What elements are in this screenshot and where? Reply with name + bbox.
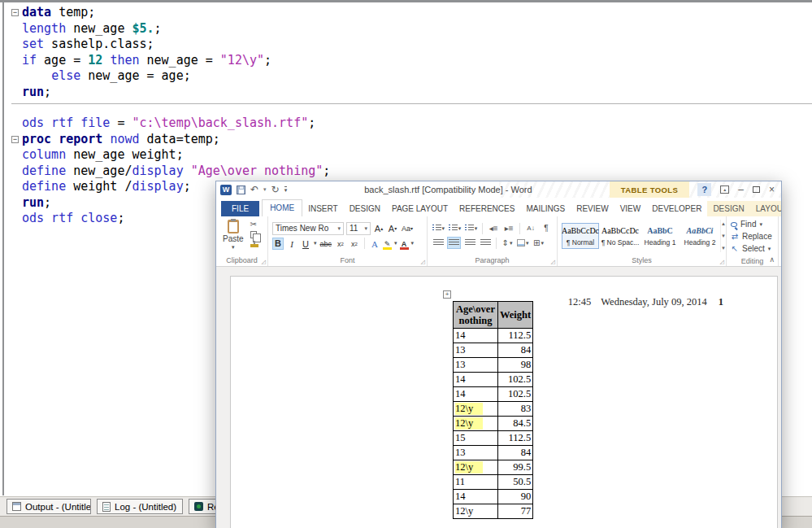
grow-font-button[interactable]: A▴ xyxy=(373,222,384,234)
document-area: 12:45Wednesday, July 09, 20141 + Age\ove… xyxy=(216,267,781,528)
shading-button[interactable]: ▾ xyxy=(516,237,530,249)
styles-dialog-launcher-icon[interactable]: ◿ xyxy=(720,259,724,264)
underline-caret-icon[interactable]: ▾ xyxy=(314,240,317,247)
style-more-icon[interactable]: ▼ xyxy=(721,246,726,251)
ribbon-tab-developer[interactable]: DEVELOPER xyxy=(646,201,707,216)
style-scroll-down-icon[interactable]: ▼ xyxy=(721,233,726,238)
sas-window-button-output[interactable]: Output - (Untitled) xyxy=(7,499,91,514)
close-button[interactable]: × xyxy=(769,185,775,194)
style-card-normal[interactable]: AaBbCcDc¶ Normal xyxy=(562,223,599,249)
ribbon-tab-references[interactable]: REFERENCES xyxy=(454,201,520,216)
paragraph-dialog-launcher-icon[interactable]: ◿ xyxy=(551,259,555,264)
subscript-button[interactable]: x2 xyxy=(335,238,346,250)
numbering-button[interactable]: ▾ xyxy=(448,222,462,234)
fold-toggle-icon[interactable]: − xyxy=(11,136,19,143)
ribbon-tab-file[interactable]: FILE xyxy=(221,201,259,216)
ribbon-tab-design[interactable]: DESIGN xyxy=(344,201,386,216)
collapse-ribbon-icon[interactable]: ∧ xyxy=(769,256,775,264)
header-page-number: 1 xyxy=(719,296,723,308)
code-token: ; xyxy=(264,53,271,69)
italic-button[interactable]: I xyxy=(286,238,297,250)
font-size-combo[interactable]: 11▾ xyxy=(346,222,371,235)
document-page[interactable]: 12:45Wednesday, July 09, 20141 + Age\ove… xyxy=(230,276,778,528)
style-scroll-up-icon[interactable]: ▲ xyxy=(721,221,726,226)
ribbon-tab-insert[interactable]: INSERT xyxy=(302,201,344,216)
show-formatting-marks-button[interactable]: ¶ xyxy=(540,222,553,234)
bold-button[interactable]: B xyxy=(272,238,284,250)
font-color-button[interactable]: A xyxy=(400,238,409,250)
increase-indent-button[interactable]: ▸≡ xyxy=(502,222,515,234)
highlight-color-button[interactable]: ✎ xyxy=(383,238,392,250)
clipboard-dialog-launcher-icon[interactable]: ◿ xyxy=(262,259,266,264)
borders-button[interactable]: ⊞▾ xyxy=(532,237,545,249)
highlight-caret-icon[interactable]: ▾ xyxy=(394,240,397,247)
ribbon-tab-layout-context[interactable]: LAYOUT xyxy=(750,201,781,216)
undo-icon[interactable]: ↶ xyxy=(250,185,258,194)
sas-window-button-log[interactable]: Log - (Untitled) xyxy=(97,499,183,514)
find-button[interactable]: Find▾ xyxy=(731,219,774,229)
change-case-button[interactable]: Aa▾ xyxy=(401,222,414,234)
select-button[interactable]: ↖Select▾ xyxy=(731,243,774,254)
font-name-combo[interactable]: Times New Ro▾ xyxy=(272,222,344,235)
code-token: new_age weight; xyxy=(66,147,184,164)
font-group: Times New Ro▾ 11▾ A▴ A▾ Aa▾ B I U▾ abc x… xyxy=(268,216,428,266)
age-cell: 12\y xyxy=(454,504,498,519)
restore-button[interactable] xyxy=(753,186,760,193)
table-row: 12\y99.5 xyxy=(454,460,533,475)
minimize-button[interactable]: – xyxy=(738,185,744,194)
table-move-handle-icon[interactable]: + xyxy=(443,290,451,299)
sas-code-block-1[interactable]: −data temp;length new_age $5.;set sashel… xyxy=(11,5,271,100)
code-token xyxy=(184,164,191,180)
fold-toggle-icon[interactable]: − xyxy=(11,9,19,16)
help-button[interactable]: ? xyxy=(697,183,711,196)
superscript-button[interactable]: x2 xyxy=(349,238,360,250)
editing-group-label: Editing xyxy=(741,257,764,265)
font-dialog-launcher-icon[interactable]: ◿ xyxy=(421,259,425,264)
sort-button[interactable]: A↓ xyxy=(524,222,537,234)
copy-icon[interactable] xyxy=(250,231,257,238)
table-header-row: Age\over nothingWeight xyxy=(454,302,533,329)
save-icon[interactable] xyxy=(237,185,245,194)
multilevel-list-button[interactable]: ▾ xyxy=(464,222,478,234)
ribbon-tab-home[interactable]: HOME xyxy=(262,199,302,216)
font-color-caret-icon[interactable]: ▾ xyxy=(411,240,415,247)
sas-code-line: −data temp; xyxy=(11,5,271,21)
ribbon-tab-design-context[interactable]: DESIGN xyxy=(707,201,749,216)
cut-icon[interactable]: ✂ xyxy=(250,220,258,229)
sas-code-line: ods rtf file = "c:\temp\back_slash.rtf"; xyxy=(11,116,330,132)
bullets-button[interactable]: ▾ xyxy=(432,222,445,234)
style-card-heading-2[interactable]: AaBbCiHeading 2 xyxy=(681,223,719,249)
style-gallery-scroll[interactable]: ▲ ▼ ▼ xyxy=(720,220,726,252)
replace-button[interactable]: ⇄Replace xyxy=(731,231,774,242)
strikethrough-button[interactable]: abc xyxy=(319,238,333,250)
text-effects-button[interactable]: A xyxy=(369,238,380,250)
redo-icon[interactable]: ↻ xyxy=(271,185,280,194)
decrease-indent-button[interactable]: ◂≡ xyxy=(487,222,500,234)
style-card-heading-1[interactable]: AaBbCHeading 1 xyxy=(641,223,679,249)
undo-caret-icon[interactable]: ▾ xyxy=(263,186,267,193)
code-token: ; xyxy=(117,211,124,227)
justify-button[interactable] xyxy=(479,237,492,249)
ribbon-display-options-icon[interactable]: ▴ xyxy=(720,185,729,194)
report-table[interactable]: Age\over nothingWeight14112.513841398141… xyxy=(453,301,533,519)
underline-button[interactable]: U xyxy=(300,238,311,250)
table-header-cell: Age\over nothing xyxy=(454,302,498,329)
sas-code-line: −proc report nowd data=temp; xyxy=(11,132,330,148)
ribbon-tab-page-layout[interactable]: PAGE LAYOUT xyxy=(386,201,454,216)
clipboard-group: Paste ▾ ✂ Clipboard ◿ xyxy=(216,216,268,266)
format-painter-icon[interactable] xyxy=(250,244,258,247)
sas-code-line: set sashelp.class; xyxy=(11,37,271,53)
code-token: ; xyxy=(44,195,51,212)
align-left-button[interactable] xyxy=(432,237,445,249)
ribbon-tab-mailings[interactable]: MAILINGS xyxy=(520,201,571,216)
highlighted-value: 12\y xyxy=(455,403,483,415)
ribbon-tab-view[interactable]: VIEW xyxy=(614,201,647,216)
style-card-no-spac[interactable]: AaBbCcDc¶ No Spac... xyxy=(601,223,639,249)
line-spacing-button[interactable]: ⇕▾ xyxy=(501,237,514,249)
align-right-button[interactable] xyxy=(463,237,476,249)
shrink-font-button[interactable]: A▾ xyxy=(387,222,398,234)
paste-button[interactable]: Paste ▾ xyxy=(220,219,246,251)
align-center-button[interactable] xyxy=(447,237,461,249)
ribbon-tab-review[interactable]: REVIEW xyxy=(571,201,614,216)
weight-cell: 84.5 xyxy=(498,417,533,431)
